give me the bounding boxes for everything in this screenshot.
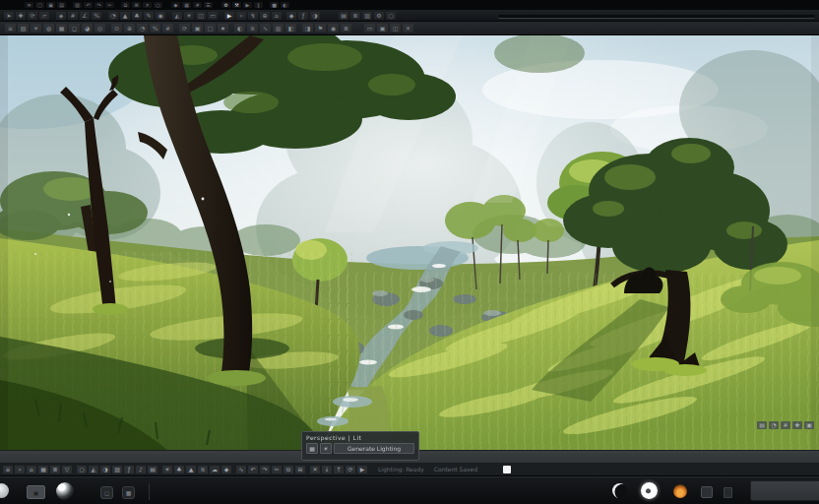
viewport[interactable]: ▤◔#✚▣: [0, 35, 819, 450]
mesh-asset-icon[interactable]: ◭: [89, 466, 98, 473]
console-icon[interactable]: »: [15, 466, 25, 473]
layers-panel-icon[interactable]: ▥: [273, 24, 284, 32]
blueprint-asset-icon[interactable]: ƒ: [124, 466, 134, 473]
split-vertical-icon[interactable]: ◨: [302, 24, 313, 32]
taskbar-window-thumbnail[interactable]: [0, 483, 9, 498]
cut-icon[interactable]: ✂: [105, 2, 114, 8]
water-icon[interactable]: ≋: [247, 24, 258, 32]
move-tool-icon[interactable]: ✚: [16, 12, 26, 20]
rotate-tool-icon[interactable]: ⟳: [28, 12, 37, 20]
immersive-icon[interactable]: ▢: [205, 24, 216, 32]
blueprint-icon[interactable]: ƒ: [298, 12, 308, 20]
shading-icon[interactable]: ◐: [281, 2, 289, 8]
volume-tool-icon[interactable]: ◫: [196, 12, 206, 20]
content-browser-icon[interactable]: ⌂: [272, 12, 282, 20]
snap-scale-icon[interactable]: %: [92, 12, 101, 20]
light-tool-icon[interactable]: ☀: [184, 12, 194, 20]
perspective-mode-icon[interactable]: ▧: [18, 24, 29, 32]
shadows-icon[interactable]: ◐: [234, 24, 245, 32]
system-tray[interactable]: [750, 480, 819, 501]
focus-icon[interactable]: ⊕: [124, 24, 135, 32]
stats-panel-icon[interactable]: ▤: [339, 12, 348, 20]
search-icon[interactable]: ○: [386, 12, 396, 20]
pinned-app-icon-2[interactable]: ■: [122, 486, 135, 499]
build-icon[interactable]: ⚒: [232, 2, 241, 8]
overlay-fps-icon[interactable]: ◔: [769, 421, 779, 429]
select-tool-icon[interactable]: ➤: [4, 12, 14, 20]
asset-grid-icon[interactable]: ▦: [38, 466, 48, 473]
sphere-app-icon[interactable]: [56, 482, 74, 500]
copy-asset-icon[interactable]: ⧉: [284, 466, 293, 473]
restore-icon[interactable]: ▣: [377, 24, 388, 32]
fov-icon[interactable]: ◔: [137, 24, 148, 32]
scale-tool-icon[interactable]: ▱: [39, 12, 49, 20]
minimize-icon[interactable]: ▭: [364, 24, 375, 32]
terrain-asset-icon[interactable]: ▲: [186, 466, 196, 473]
settings-icon[interactable]: ⚙: [221, 2, 230, 8]
pivot-icon[interactable]: ◈: [56, 12, 66, 20]
mesh-tool-icon[interactable]: ◭: [172, 12, 182, 20]
pinned-app-icon-1[interactable]: ◻: [100, 486, 113, 499]
moon-app-icon[interactable]: [612, 483, 627, 498]
material-editor-icon[interactable]: ◑: [310, 12, 320, 20]
undo-icon[interactable]: ↶: [84, 2, 93, 8]
camera-speed-icon[interactable]: ◔: [108, 12, 118, 20]
brush-tool-icon[interactable]: ✎: [144, 12, 154, 20]
foliage-asset-icon[interactable]: ♣: [174, 466, 184, 473]
new-file-icon[interactable]: ▢: [35, 2, 44, 8]
build-lighting-icon[interactable]: ↯: [248, 12, 258, 20]
active-tool-indicator[interactable]: [503, 466, 511, 473]
cut-asset-icon[interactable]: ✂: [272, 466, 282, 473]
paint-tool-icon[interactable]: ◉: [156, 12, 165, 20]
snap-grid-icon[interactable]: #: [68, 12, 78, 20]
snap-icon[interactable]: #: [193, 2, 202, 8]
paste-asset-icon[interactable]: ⊞: [295, 466, 305, 473]
close-icon[interactable]: ✕: [403, 24, 413, 32]
layers-icon[interactable]: ☰: [204, 2, 213, 8]
bookmark-icon[interactable]: ★: [218, 24, 228, 32]
stats-icon[interactable]: ≣: [341, 24, 351, 32]
snapshot-icon[interactable]: ◉: [328, 24, 339, 32]
anim-asset-icon[interactable]: ∿: [236, 466, 246, 473]
outliner-icon[interactable]: ≣: [350, 12, 360, 20]
redo-history-icon[interactable]: ↷: [260, 466, 270, 473]
select-all-icon[interactable]: ◆: [171, 2, 180, 8]
details-icon[interactable]: ▥: [362, 12, 372, 20]
water-asset-icon[interactable]: ≋: [198, 466, 208, 473]
box-app-icon[interactable]: [701, 486, 713, 498]
overlay-stats-icon[interactable]: ▤: [757, 421, 767, 429]
delete-icon[interactable]: ✕: [143, 2, 152, 8]
pause-icon[interactable]: ‖: [254, 2, 263, 8]
play-preview-icon[interactable]: ▶: [357, 466, 367, 473]
overlay-grid-icon[interactable]: #: [781, 421, 790, 429]
reflections-icon[interactable]: ◎: [94, 24, 105, 32]
output-log-icon[interactable]: ≡: [3, 466, 13, 473]
light-asset-icon[interactable]: ☀: [162, 466, 172, 473]
viewport-menu-icon[interactable]: ≡: [5, 24, 16, 32]
texture-asset-icon[interactable]: ▨: [112, 466, 122, 473]
marketplace-icon[interactable]: ◆: [286, 12, 296, 20]
source-control-icon[interactable]: ⊕: [260, 12, 270, 20]
cinematic-tool-icon[interactable]: ▭: [208, 12, 218, 20]
audio-asset-icon[interactable]: ♪: [136, 466, 146, 473]
paste-icon[interactable]: ⊞: [132, 2, 141, 8]
foliage-tool-icon[interactable]: ♣: [132, 12, 142, 20]
split-horizontal-icon[interactable]: ◧: [285, 24, 296, 32]
game-view-icon[interactable]: ▣: [192, 24, 203, 32]
status-panel-grid-button[interactable]: ▦: [306, 443, 318, 454]
toolbar-slider[interactable]: [498, 15, 815, 19]
detail-lighting-icon[interactable]: ◕: [82, 24, 93, 32]
launch-icon[interactable]: »: [236, 12, 246, 20]
flag-icon[interactable]: ⚑: [315, 24, 326, 32]
dock-panels-icon[interactable]: ◫: [390, 24, 401, 32]
grid-icon[interactable]: ▦: [182, 2, 191, 8]
exposure-icon[interactable]: ⊙: [111, 24, 122, 32]
world-settings-icon[interactable]: ⚙: [374, 12, 384, 20]
sky-asset-icon[interactable]: ☁: [210, 466, 220, 473]
realtime-icon[interactable]: ⟳: [179, 24, 190, 32]
unlit-icon[interactable]: ◻: [69, 24, 80, 32]
undo-history-icon[interactable]: ↶: [248, 466, 258, 473]
show-flags-icon[interactable]: ◍: [43, 24, 54, 32]
overlay-axes-icon[interactable]: ✚: [792, 421, 802, 429]
export-icon[interactable]: ↑: [334, 466, 344, 473]
